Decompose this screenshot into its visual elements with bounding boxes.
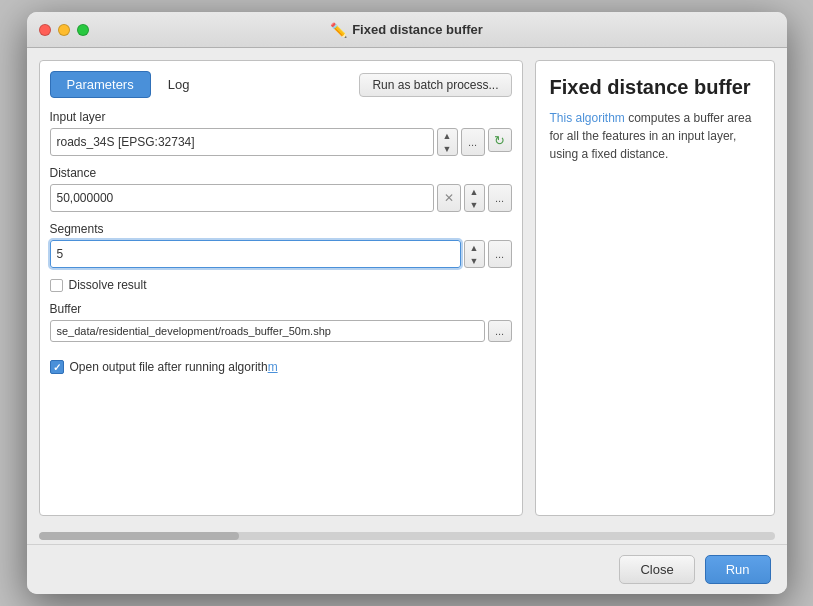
segments-row: ▲ ▼ ... (50, 240, 512, 268)
segments-browse-button[interactable]: ... (488, 240, 512, 268)
help-highlight: This algorithm (550, 111, 625, 125)
input-layer-row: roads_34S [EPSG:32734] ▲ ▼ ... ↻ (50, 128, 512, 156)
segments-section: Segments ▲ ▼ ... (50, 222, 512, 268)
distance-up-arrow[interactable]: ▲ (465, 185, 484, 198)
segments-spinner[interactable]: ▲ ▼ (464, 240, 485, 268)
dissolve-row: Dissolve result (50, 278, 512, 292)
tab-parameters[interactable]: Parameters (50, 71, 151, 98)
distance-down-arrow[interactable]: ▼ (465, 198, 484, 211)
main-window: ✏️ Fixed distance buffer Parameters Log … (27, 12, 787, 594)
right-panel: Fixed distance buffer This algorithm com… (535, 60, 775, 516)
distance-label: Distance (50, 166, 512, 180)
open-output-row: Open output file after running algorithm (50, 360, 512, 374)
input-layer-up-arrow[interactable]: ▲ (438, 129, 457, 142)
dissolve-checkbox[interactable] (50, 279, 63, 292)
scrollbar-track[interactable] (39, 532, 775, 540)
input-layer-refresh-button[interactable]: ↻ (488, 128, 512, 152)
input-layer-section: Input layer roads_34S [EPSG:32734] ▲ ▼ .… (50, 110, 512, 156)
batch-process-button[interactable]: Run as batch process... (359, 73, 511, 97)
buffer-field[interactable]: se_data/residential_development/roads_bu… (50, 320, 485, 342)
maximize-traffic-light[interactable] (77, 24, 89, 36)
open-output-checkbox[interactable] (50, 360, 64, 374)
distance-browse-button[interactable]: ... (488, 184, 512, 212)
footer: Close Run (27, 544, 787, 594)
minimize-traffic-light[interactable] (58, 24, 70, 36)
segments-label: Segments (50, 222, 512, 236)
run-button[interactable]: Run (705, 555, 771, 584)
tabs-row: Parameters Log Run as batch process... (50, 71, 512, 98)
help-text: This algorithm computes a buffer area fo… (550, 109, 760, 163)
pencil-icon: ✏️ (330, 22, 347, 38)
input-layer-label: Input layer (50, 110, 512, 124)
scrollbar-thumb[interactable] (39, 532, 239, 540)
help-title: Fixed distance buffer (550, 75, 760, 99)
close-traffic-light[interactable] (39, 24, 51, 36)
titlebar: ✏️ Fixed distance buffer (27, 12, 787, 48)
distance-spinner[interactable]: ▲ ▼ (464, 184, 485, 212)
close-button[interactable]: Close (619, 555, 694, 584)
distance-input[interactable] (50, 184, 434, 212)
input-layer-spinner[interactable]: ▲ ▼ (437, 128, 458, 156)
distance-row: ✕ ▲ ▼ ... (50, 184, 512, 212)
left-panel: Parameters Log Run as batch process... I… (39, 60, 523, 516)
content-area: Parameters Log Run as batch process... I… (27, 48, 787, 528)
segments-up-arrow[interactable]: ▲ (465, 241, 484, 254)
segments-input[interactable] (50, 240, 461, 268)
buffer-label: Buffer (50, 302, 512, 316)
input-layer-down-arrow[interactable]: ▼ (438, 142, 457, 155)
buffer-browse-button[interactable]: ... (488, 320, 512, 342)
buffer-section: Buffer se_data/residential_development/r… (50, 302, 512, 342)
scrollbar-area (27, 528, 787, 544)
input-layer-field[interactable]: roads_34S [EPSG:32734] (50, 128, 434, 156)
buffer-row: se_data/residential_development/roads_bu… (50, 320, 512, 342)
open-output-label: Open output file after running algorithm (70, 360, 278, 374)
window-title: ✏️ Fixed distance buffer (330, 22, 483, 38)
dissolve-label: Dissolve result (69, 278, 147, 292)
input-layer-browse-button[interactable]: ... (461, 128, 485, 156)
distance-clear-button[interactable]: ✕ (437, 184, 461, 212)
segments-down-arrow[interactable]: ▼ (465, 254, 484, 267)
traffic-lights (39, 24, 89, 36)
distance-section: Distance ✕ ▲ ▼ ... (50, 166, 512, 212)
tab-log[interactable]: Log (151, 71, 207, 98)
